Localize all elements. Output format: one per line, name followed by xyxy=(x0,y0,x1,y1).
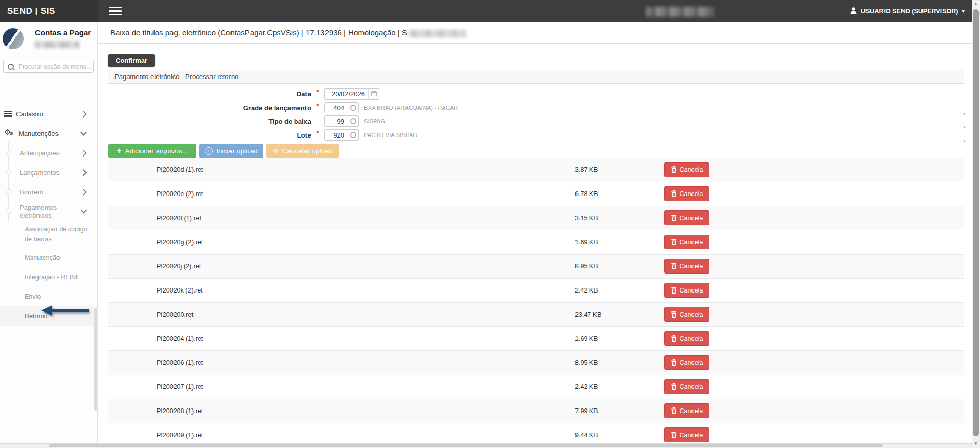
tree-bullet xyxy=(6,170,11,175)
trash-icon xyxy=(671,263,677,269)
cancel-file-button[interactable]: Cancela xyxy=(664,427,709,442)
grade-lookup-button[interactable] xyxy=(348,102,359,113)
calendar-icon xyxy=(371,91,377,96)
tipo-baixa-lookup-button[interactable] xyxy=(348,115,359,127)
hamburger-menu-icon[interactable] xyxy=(109,7,122,15)
cancel-file-button[interactable]: Cancela xyxy=(664,403,709,418)
cancel-file-button-label: Cancela xyxy=(680,263,703,270)
file-name: PI20020g (2).ret xyxy=(157,230,203,254)
calendar-picker-button[interactable] xyxy=(368,88,379,100)
sidebar-item-bordero[interactable]: Borderô xyxy=(0,182,94,202)
lote-field[interactable] xyxy=(324,129,348,141)
user-icon xyxy=(850,7,857,16)
process-return-panel: Pagamento eletrônico - Processar retorno… xyxy=(108,70,964,442)
trash-icon xyxy=(671,166,677,173)
tree-bullet xyxy=(6,150,11,155)
field-label: Lote xyxy=(108,131,311,139)
user-label: USUARIO SEND (SUPERVISOR) xyxy=(861,8,958,15)
app-logo xyxy=(3,28,24,49)
file-size: 2.42 KB xyxy=(575,279,598,302)
chevron-right-icon xyxy=(80,150,87,157)
top-bar: SEND | SIS USUARIO SEND (SUPERVISOR) ▾ xyxy=(0,0,980,22)
horizontal-scrollbar[interactable] xyxy=(0,443,972,448)
file-row: PI20020j (2).ret 8.95 KB Cancela xyxy=(108,255,964,279)
add-files-button[interactable]: + Adicionar arquivos... xyxy=(108,144,196,158)
sidebar-item-manutencao[interactable]: Manutenção xyxy=(0,248,94,267)
form-row-data: Data * xyxy=(108,88,964,100)
cancel-file-button-label: Cancela xyxy=(680,215,703,222)
chevron-down-icon: ▾ xyxy=(962,8,964,14)
file-size: 1.69 KB xyxy=(575,230,598,254)
cancel-file-button[interactable]: Cancela xyxy=(664,331,709,346)
sidebar-app-title: Contas a Pagar xyxy=(35,28,91,37)
file-row: PI200206 (1).ret 8.95 KB Cancela xyxy=(108,351,964,375)
sidebar-item-pagamentos-eletronicos[interactable]: Pagamentos eletrônicos xyxy=(0,202,94,221)
start-upload-button[interactable]: ↑ Iniciar upload xyxy=(199,144,263,158)
file-name: PI20020k (2).ret xyxy=(157,279,203,302)
cancel-file-button-label: Cancela xyxy=(680,335,703,342)
cancel-file-button[interactable]: Cancela xyxy=(664,283,709,298)
grade-field[interactable] xyxy=(324,102,348,113)
form-row-lote: Lote * PAGTO VIA SISPAG xyxy=(108,129,964,141)
trash-icon xyxy=(671,383,677,390)
horizontal-scrollbar-thumb[interactable] xyxy=(49,444,883,447)
vertical-scrollbar[interactable]: ▲ ▼ xyxy=(972,0,980,448)
sidebar-item-integracao-reinf[interactable]: Integração - REINF xyxy=(0,267,94,287)
date-field[interactable] xyxy=(324,88,369,100)
chevron-right-icon xyxy=(80,189,87,196)
cancel-file-button-label: Cancela xyxy=(680,190,703,198)
scroll-up-button[interactable]: ▲ xyxy=(972,0,980,8)
file-row: PI200207 (1).ret 2.42 KB Cancela xyxy=(108,375,964,399)
cancel-file-button[interactable]: Cancela xyxy=(664,210,709,225)
cancel-file-button-label: Cancela xyxy=(680,287,703,294)
file-size: 7.99 KB xyxy=(575,399,598,423)
sidebar-item-antecipacoes[interactable]: Antecipações xyxy=(0,143,94,163)
menu-search xyxy=(3,60,94,73)
confirm-button[interactable]: Confirmar xyxy=(108,54,155,67)
file-size: 3.15 KB xyxy=(575,206,598,230)
vertical-scrollbar-thumb[interactable] xyxy=(973,9,979,436)
search-icon xyxy=(8,64,14,70)
field-label: Grade de lançamento xyxy=(108,104,311,112)
search-icon xyxy=(350,105,356,111)
cancel-upload-button[interactable]: ⊘ Cancelar upload xyxy=(266,144,339,158)
trash-icon xyxy=(671,190,677,197)
cancel-file-button-label: Cancela xyxy=(680,359,703,366)
annotation-arrow xyxy=(40,304,89,317)
search-icon xyxy=(350,132,356,138)
redacted-sidebar-subtitle xyxy=(35,41,79,48)
cancel-file-button[interactable]: Cancela xyxy=(664,162,709,177)
cancel-file-button[interactable]: Cancela xyxy=(664,379,709,394)
tipo-baixa-field[interactable] xyxy=(324,115,348,127)
cancel-file-button[interactable]: Cancela xyxy=(664,307,709,322)
redacted-topbar-text xyxy=(646,7,714,17)
user-menu[interactable]: USUARIO SEND (SUPERVISOR) ▾ xyxy=(850,0,964,22)
sidebar-scrollbar-thumb[interactable] xyxy=(94,308,97,411)
cancel-file-button[interactable]: Cancela xyxy=(664,186,709,201)
lote-description: PAGTO VIA SISPAG xyxy=(364,132,417,138)
sidebar-item-manutencoes[interactable]: ⚙⚙ Manutenções xyxy=(0,124,94,143)
file-name: PI200204 (1).ret xyxy=(157,327,203,350)
upload-toolbar: + Adicionar arquivos... ↑ Iniciar upload… xyxy=(108,144,339,158)
file-row: PI200200.ret 23.47 KB Cancela xyxy=(108,303,964,327)
cancel-file-button[interactable]: Cancela xyxy=(664,355,709,370)
sidebar-item-associacao-codigo-barras[interactable]: Associação de código de barras xyxy=(0,221,94,248)
trash-icon xyxy=(671,215,677,221)
file-name: PI200206 (1).ret xyxy=(157,351,203,375)
scroll-down-button[interactable]: ▼ xyxy=(972,440,980,448)
lote-lookup-button[interactable] xyxy=(348,129,359,141)
cancel-file-button-label: Cancela xyxy=(680,432,703,439)
breadcrumb-bar: Baixa de títulos pag. eletrônico (Contas… xyxy=(98,22,972,44)
cancel-file-button[interactable]: Cancela xyxy=(664,259,709,274)
menu-search-input[interactable] xyxy=(17,61,94,73)
cancel-file-button[interactable]: Cancela xyxy=(664,235,709,249)
ban-icon: ⊘ xyxy=(273,147,279,154)
file-name: PI200207 (1).ret xyxy=(157,375,203,399)
file-list: PI20020d (1).ret 3.87 KB Cancela PI20020… xyxy=(108,158,964,447)
file-size: 23.47 KB xyxy=(575,303,601,326)
cancel-file-button-label: Cancela xyxy=(680,239,703,246)
sidebar-item-cadastro[interactable]: Cadastro xyxy=(0,104,94,124)
trash-icon xyxy=(671,407,677,414)
sidebar-item-lancamentos[interactable]: Lançamentos xyxy=(0,163,94,182)
cancel-file-button-label: Cancela xyxy=(680,311,703,318)
